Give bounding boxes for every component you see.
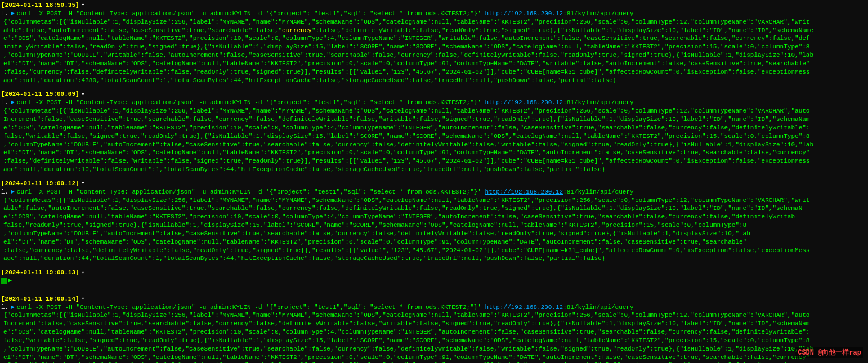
watermark: CSDN @向他一样rap <box>795 347 863 358</box>
timestamp-line-4: [2024-01-11 19:00.13] ▾ <box>1 268 867 277</box>
url-1[interactable]: http://192.168.200.12 <box>485 10 563 17</box>
log-block-5: [2024-01-11 19:00.14] ▾ l. ► curl -X POS… <box>0 295 868 363</box>
response-2: {"columnMetas":[{"isNullable":1,"display… <box>1 107 867 174</box>
log-block-3: [2024-01-11 19:00.12] ▾ l. ► curl -X POS… <box>0 180 868 263</box>
command-text-2: curl -X POST -H "Content-Type: applicati… <box>17 98 867 107</box>
command-line-1: l. ► curl -X POST -H "Content-Type: appl… <box>1 10 867 18</box>
response-3: {"columnMetas":[{"isNullable":1,"display… <box>1 196 867 263</box>
command-text-1: curl -X POST -H "Content-Type: applicati… <box>17 10 867 18</box>
arrow-icon-5: ► <box>11 303 15 312</box>
timestamp-line-1: [2024-01-11 18:50.35] ▾ <box>1 1 867 10</box>
prompt-1: l. <box>1 10 8 18</box>
arrow-icon-3: ► <box>11 188 15 196</box>
log-block-4: [2024-01-11 19:00.13] ▾ ▶ <box>0 268 868 284</box>
url-3[interactable]: http://192.168.200.12 <box>485 189 563 195</box>
expand-icon-2[interactable]: ▾ <box>82 91 84 98</box>
command-line-3: l. ► curl -X POST -H "Content-Type: appl… <box>1 188 867 196</box>
url-5[interactable]: http://192.168.200.12 <box>485 304 563 311</box>
command-line-5: l. ► curl -X POST -H "Content-Type: appl… <box>1 303 867 312</box>
timestamp-line-3: [2024-01-11 19:00.12] ▾ <box>1 180 867 188</box>
response-1: {"columnMetas":[{"isNullable":1,"display… <box>1 18 867 85</box>
timestamp-5: [2024-01-11 19:00.14] <box>1 295 79 303</box>
command-text-5: curl -X POST -H "Content-Type: applicati… <box>17 303 867 312</box>
separator-3 <box>0 264 868 268</box>
expand-icon-5[interactable]: ▾ <box>82 295 84 302</box>
timestamp-2: [2024-01-11 19:00.09] <box>1 90 79 98</box>
command-line-2: l. ► curl -X POST -H "Content-Type: appl… <box>1 98 867 107</box>
log-block-2: [2024-01-11 19:00.09] ▾ l. ► curl -X POS… <box>0 90 868 173</box>
prompt-3: l. <box>1 188 8 196</box>
timestamp-3: [2024-01-11 19:00.12] <box>1 180 79 188</box>
prompt-5: l. <box>1 303 8 312</box>
timestamp-line-2: [2024-01-11 19:00.09] ▾ <box>1 90 867 98</box>
log-block-1: [2024-01-11 18:50.35] ▾ l. ► curl -X POS… <box>0 1 868 84</box>
timestamp-4: [2024-01-11 19:00.13] <box>1 268 79 277</box>
play-arrow: ▶ <box>8 277 12 285</box>
running-box <box>1 278 7 284</box>
expand-icon-4[interactable]: ▾ <box>82 270 84 276</box>
separator-1 <box>0 86 868 90</box>
timestamp-line-5: [2024-01-11 19:00.14] ▾ <box>1 295 867 303</box>
expand-icon-3[interactable]: ▾ <box>82 180 84 187</box>
terminal-window: [2024-01-11 18:50.35] ▾ l. ► curl -X POS… <box>0 0 868 363</box>
running-indicator: ▶ <box>1 277 12 285</box>
timestamp-1: [2024-01-11 18:50.35] <box>1 1 79 10</box>
expand-icon-1[interactable]: ▾ <box>82 2 84 8</box>
separator-4b <box>0 290 868 295</box>
prompt-2: l. <box>1 98 8 107</box>
arrow-icon-1: ► <box>11 10 15 18</box>
arrow-icon-2: ► <box>11 98 15 107</box>
response-5: {"columnMetas":[{"isNullable":1,"display… <box>1 311 867 363</box>
separator-4 <box>0 286 868 290</box>
url-2[interactable]: http://192.168.200.12 <box>485 99 563 106</box>
separator-2 <box>0 175 868 180</box>
command-line-4: ▶ <box>1 277 867 285</box>
command-text-3: curl -X POST -H "Content-Type: applicati… <box>17 188 867 196</box>
